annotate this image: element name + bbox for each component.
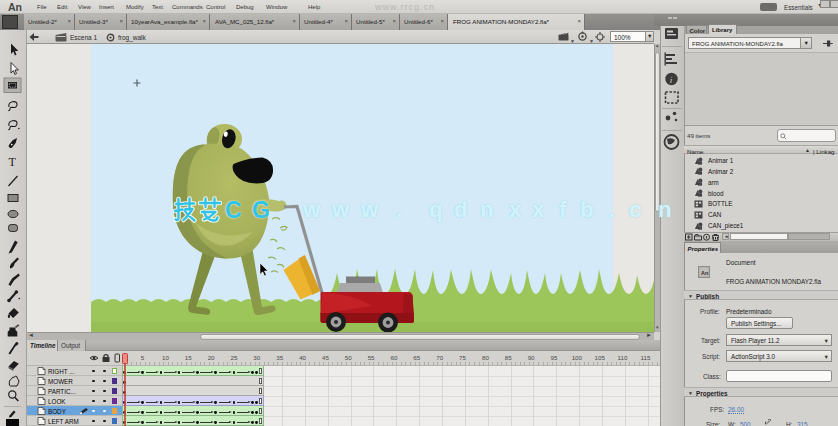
svg-text:T: T bbox=[9, 155, 17, 169]
